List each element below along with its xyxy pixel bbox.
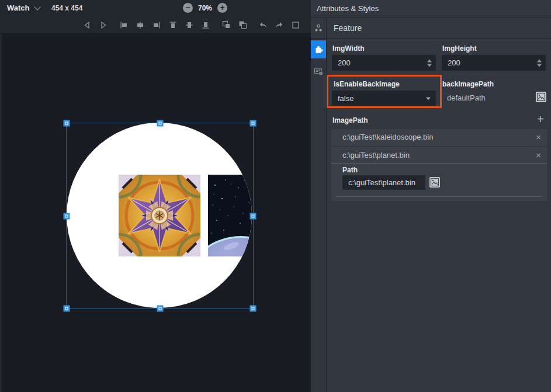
image-file-icon bbox=[429, 177, 440, 188]
form-info-icon bbox=[314, 67, 324, 77]
isenablebackimage-label: isEnableBackImage bbox=[334, 80, 400, 88]
feature-attributes: ImgWidth 200 ImgHeight 200 isEnableBackI… bbox=[327, 39, 551, 392]
imagepath-item-path: c:\guiTest\planet.bin bbox=[342, 151, 536, 159]
path-label: Path bbox=[342, 166, 358, 174]
align-center-horizontal-icon[interactable] bbox=[134, 19, 147, 32]
feature-section-title: Feature bbox=[327, 18, 362, 38]
chevron-down-icon bbox=[34, 4, 40, 10]
watch-dropdown[interactable]: Watch bbox=[7, 4, 40, 12]
resize-handle-top-center[interactable] bbox=[157, 120, 163, 127]
item-divider bbox=[336, 196, 542, 197]
nav-forward-icon[interactable] bbox=[97, 19, 110, 32]
imagepath-item[interactable]: c:\guiTest\kaleidoscope.bin × bbox=[331, 129, 547, 146]
attributes-panel: Attributes & Styles Feature bbox=[311, 0, 551, 392]
resize-handle-bottom-right[interactable] bbox=[250, 306, 257, 312]
imgheight-input[interactable]: 200 bbox=[442, 55, 546, 71]
imagepath-item-path: c:\guiTest\kaleidoscope.bin bbox=[342, 133, 536, 141]
imgwidth-input[interactable]: 200 bbox=[332, 55, 436, 71]
styles-tab[interactable] bbox=[311, 40, 326, 58]
redo-icon[interactable] bbox=[273, 19, 286, 32]
design-canvas[interactable] bbox=[2, 34, 311, 392]
remove-item-icon[interactable]: × bbox=[536, 151, 541, 159]
zoom-out-button[interactable]: − bbox=[183, 3, 193, 13]
align-right-icon[interactable] bbox=[150, 19, 163, 32]
panel-title: Attributes & Styles bbox=[311, 0, 551, 18]
imagepath-label: ImagePath bbox=[332, 116, 368, 124]
selection-rectangle-icon[interactable] bbox=[289, 19, 302, 32]
imgwidth-label: ImgWidth bbox=[332, 44, 365, 53]
puzzle-icon bbox=[313, 44, 324, 55]
zoom-level: 70% bbox=[198, 4, 212, 12]
app-window: Watch 454 x 454 − 70% + bbox=[0, 0, 551, 392]
align-top-icon[interactable] bbox=[167, 19, 179, 32]
imgheight-label: ImgHeight bbox=[442, 44, 477, 53]
toolbar bbox=[0, 16, 311, 34]
form-info-tab[interactable] bbox=[314, 67, 324, 77]
panel-body: ImgWidth 200 ImgHeight 200 isEnableBackI… bbox=[311, 39, 551, 392]
isenablebackimage-dropdown[interactable]: false bbox=[332, 91, 436, 106]
feature-section-header: Feature bbox=[311, 18, 551, 39]
hierarchy-icon[interactable] bbox=[311, 18, 327, 38]
resize-handle-top-right[interactable] bbox=[250, 120, 257, 127]
align-bottom-icon[interactable] bbox=[199, 19, 212, 32]
top-bar: Watch 454 x 454 − 70% + bbox=[0, 0, 311, 16]
watch-dropdown-label: Watch bbox=[7, 4, 30, 12]
undo-icon[interactable] bbox=[257, 19, 269, 32]
backimagepath-browse-button[interactable] bbox=[536, 92, 546, 102]
nav-back-icon[interactable] bbox=[81, 19, 93, 32]
zoom-in-button[interactable]: + bbox=[217, 3, 227, 13]
backimagepath-label: backImagePath bbox=[442, 80, 494, 88]
path-browse-button[interactable] bbox=[429, 177, 440, 188]
align-left-icon[interactable] bbox=[117, 19, 130, 32]
resize-handle-top-left[interactable] bbox=[64, 120, 70, 127]
canvas-size-label: 454 x 454 bbox=[51, 4, 82, 12]
dropdown-caret-icon bbox=[426, 97, 431, 100]
imagepath-item-expanded[interactable]: c:\guiTest\planet.bin × Path c:\guiTest\… bbox=[331, 147, 547, 201]
zoom-controls: − 70% + bbox=[183, 3, 227, 13]
backimagepath-value[interactable]: defaultPath bbox=[447, 93, 486, 102]
bring-forward-icon[interactable] bbox=[220, 19, 233, 32]
remove-item-icon[interactable]: × bbox=[536, 133, 541, 141]
resize-handle-middle-right[interactable] bbox=[250, 213, 257, 219]
align-middle-vertical-icon[interactable] bbox=[183, 19, 196, 32]
resize-handle-bottom-left[interactable] bbox=[64, 306, 70, 312]
panel-tab-strip bbox=[311, 39, 327, 392]
kaleidoscope-image[interactable] bbox=[119, 175, 200, 256]
resize-handle-bottom-center[interactable] bbox=[157, 306, 163, 312]
send-backward-icon[interactable] bbox=[236, 19, 249, 32]
planet-image[interactable] bbox=[208, 175, 252, 256]
imagepath-add-button[interactable]: + bbox=[537, 114, 544, 124]
path-input[interactable]: c:\guiTest\planet.bin bbox=[342, 175, 425, 190]
imgheight-stepper[interactable] bbox=[537, 59, 542, 67]
imgwidth-stepper[interactable] bbox=[427, 59, 432, 67]
image-file-icon bbox=[536, 92, 546, 102]
resize-handle-middle-left[interactable] bbox=[64, 213, 70, 219]
watchface-circle-widget[interactable] bbox=[67, 123, 252, 308]
